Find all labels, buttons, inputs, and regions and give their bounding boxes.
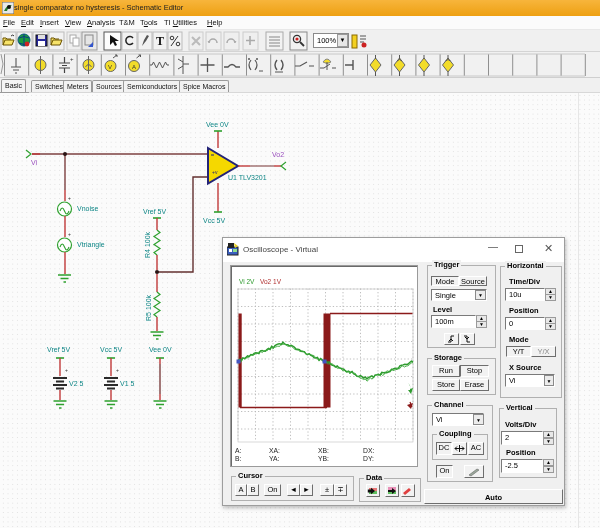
svg-text:+: + [68, 231, 71, 237]
svg-text:B:: B: [235, 455, 242, 462]
svg-text:DY:: DY: [363, 455, 374, 462]
svg-text:XA:: XA: [269, 447, 280, 454]
svg-text:DX:: DX: [363, 447, 374, 454]
svg-text:Vi 2V: Vi 2V [239, 278, 255, 285]
svg-text:XB:: XB: [318, 447, 329, 454]
svg-text:+: + [116, 367, 119, 373]
svg-text:A:: A: [235, 447, 242, 454]
svg-text:R5 100k: R5 100k [145, 294, 152, 321]
svg-text:+v: +v [212, 169, 218, 175]
svg-text:+: + [68, 195, 71, 201]
svg-text:+: + [65, 367, 68, 373]
svg-text:YB:: YB: [318, 455, 329, 462]
svg-text:Vo2 1V: Vo2 1V [260, 278, 282, 285]
svg-text:YA:: YA: [269, 455, 280, 462]
svg-text:R4 100k: R4 100k [144, 231, 151, 258]
